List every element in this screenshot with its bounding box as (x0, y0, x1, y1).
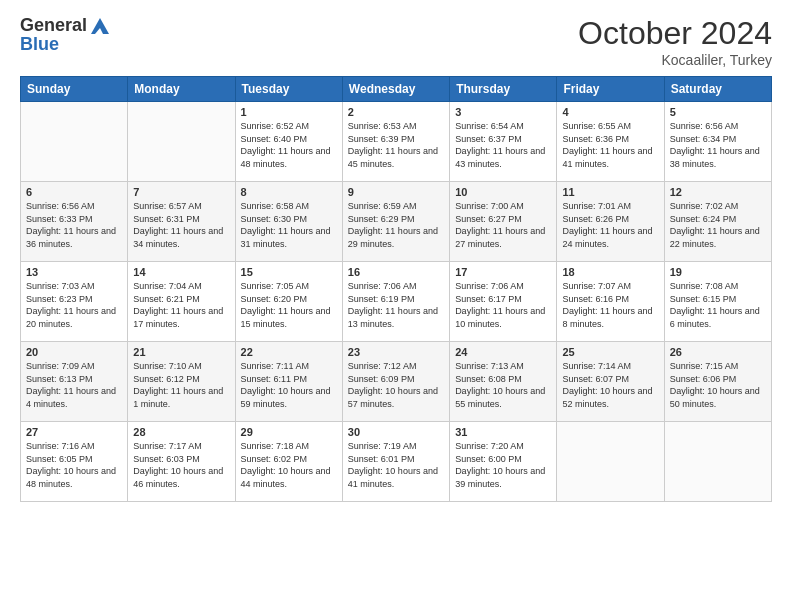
weekday-header: Thursday (450, 77, 557, 102)
calendar-day-cell: 22Sunrise: 7:11 AM Sunset: 6:11 PM Dayli… (235, 342, 342, 422)
calendar-header-row: SundayMondayTuesdayWednesdayThursdayFrid… (21, 77, 772, 102)
day-number: 26 (670, 346, 766, 358)
day-info: Sunrise: 7:09 AM Sunset: 6:13 PM Dayligh… (26, 360, 122, 410)
day-number: 19 (670, 266, 766, 278)
calendar-day-cell: 29Sunrise: 7:18 AM Sunset: 6:02 PM Dayli… (235, 422, 342, 502)
calendar-week-row: 13Sunrise: 7:03 AM Sunset: 6:23 PM Dayli… (21, 262, 772, 342)
day-info: Sunrise: 7:13 AM Sunset: 6:08 PM Dayligh… (455, 360, 551, 410)
day-number: 6 (26, 186, 122, 198)
calendar-day-cell: 28Sunrise: 7:17 AM Sunset: 6:03 PM Dayli… (128, 422, 235, 502)
calendar-day-cell: 14Sunrise: 7:04 AM Sunset: 6:21 PM Dayli… (128, 262, 235, 342)
calendar-week-row: 27Sunrise: 7:16 AM Sunset: 6:05 PM Dayli… (21, 422, 772, 502)
calendar-day-cell: 27Sunrise: 7:16 AM Sunset: 6:05 PM Dayli… (21, 422, 128, 502)
calendar-day-cell: 15Sunrise: 7:05 AM Sunset: 6:20 PM Dayli… (235, 262, 342, 342)
header: General Blue October 2024 Kocaaliler, Tu… (20, 15, 772, 68)
day-info: Sunrise: 7:03 AM Sunset: 6:23 PM Dayligh… (26, 280, 122, 330)
calendar-day-cell (128, 102, 235, 182)
calendar-day-cell: 5Sunrise: 6:56 AM Sunset: 6:34 PM Daylig… (664, 102, 771, 182)
day-info: Sunrise: 7:01 AM Sunset: 6:26 PM Dayligh… (562, 200, 658, 250)
day-number: 8 (241, 186, 337, 198)
day-number: 17 (455, 266, 551, 278)
weekday-header: Friday (557, 77, 664, 102)
calendar-day-cell: 6Sunrise: 6:56 AM Sunset: 6:33 PM Daylig… (21, 182, 128, 262)
logo-icon (89, 16, 111, 36)
day-info: Sunrise: 7:06 AM Sunset: 6:19 PM Dayligh… (348, 280, 444, 330)
day-number: 29 (241, 426, 337, 438)
day-number: 24 (455, 346, 551, 358)
calendar-day-cell: 19Sunrise: 7:08 AM Sunset: 6:15 PM Dayli… (664, 262, 771, 342)
day-info: Sunrise: 6:58 AM Sunset: 6:30 PM Dayligh… (241, 200, 337, 250)
calendar-day-cell: 1Sunrise: 6:52 AM Sunset: 6:40 PM Daylig… (235, 102, 342, 182)
title-block: October 2024 Kocaaliler, Turkey (578, 15, 772, 68)
day-number: 11 (562, 186, 658, 198)
day-number: 15 (241, 266, 337, 278)
day-number: 22 (241, 346, 337, 358)
weekday-header: Saturday (664, 77, 771, 102)
day-number: 23 (348, 346, 444, 358)
calendar-day-cell: 4Sunrise: 6:55 AM Sunset: 6:36 PM Daylig… (557, 102, 664, 182)
day-number: 12 (670, 186, 766, 198)
day-number: 13 (26, 266, 122, 278)
day-info: Sunrise: 7:07 AM Sunset: 6:16 PM Dayligh… (562, 280, 658, 330)
day-number: 14 (133, 266, 229, 278)
calendar-day-cell: 30Sunrise: 7:19 AM Sunset: 6:01 PM Dayli… (342, 422, 449, 502)
day-info: Sunrise: 6:55 AM Sunset: 6:36 PM Dayligh… (562, 120, 658, 170)
day-info: Sunrise: 6:57 AM Sunset: 6:31 PM Dayligh… (133, 200, 229, 250)
day-number: 5 (670, 106, 766, 118)
day-info: Sunrise: 6:56 AM Sunset: 6:34 PM Dayligh… (670, 120, 766, 170)
weekday-header: Wednesday (342, 77, 449, 102)
day-info: Sunrise: 7:08 AM Sunset: 6:15 PM Dayligh… (670, 280, 766, 330)
calendar-week-row: 6Sunrise: 6:56 AM Sunset: 6:33 PM Daylig… (21, 182, 772, 262)
day-info: Sunrise: 7:20 AM Sunset: 6:00 PM Dayligh… (455, 440, 551, 490)
weekday-header: Sunday (21, 77, 128, 102)
day-info: Sunrise: 6:59 AM Sunset: 6:29 PM Dayligh… (348, 200, 444, 250)
day-info: Sunrise: 7:04 AM Sunset: 6:21 PM Dayligh… (133, 280, 229, 330)
day-number: 3 (455, 106, 551, 118)
calendar-day-cell: 9Sunrise: 6:59 AM Sunset: 6:29 PM Daylig… (342, 182, 449, 262)
day-number: 30 (348, 426, 444, 438)
day-number: 27 (26, 426, 122, 438)
day-info: Sunrise: 7:00 AM Sunset: 6:27 PM Dayligh… (455, 200, 551, 250)
day-info: Sunrise: 7:15 AM Sunset: 6:06 PM Dayligh… (670, 360, 766, 410)
calendar-day-cell: 23Sunrise: 7:12 AM Sunset: 6:09 PM Dayli… (342, 342, 449, 422)
day-number: 28 (133, 426, 229, 438)
day-info: Sunrise: 6:54 AM Sunset: 6:37 PM Dayligh… (455, 120, 551, 170)
day-number: 4 (562, 106, 658, 118)
calendar-day-cell: 10Sunrise: 7:00 AM Sunset: 6:27 PM Dayli… (450, 182, 557, 262)
day-number: 16 (348, 266, 444, 278)
calendar-day-cell: 8Sunrise: 6:58 AM Sunset: 6:30 PM Daylig… (235, 182, 342, 262)
calendar-table: SundayMondayTuesdayWednesdayThursdayFrid… (20, 76, 772, 502)
calendar-day-cell: 21Sunrise: 7:10 AM Sunset: 6:12 PM Dayli… (128, 342, 235, 422)
calendar-day-cell: 18Sunrise: 7:07 AM Sunset: 6:16 PM Dayli… (557, 262, 664, 342)
day-number: 1 (241, 106, 337, 118)
calendar-day-cell: 16Sunrise: 7:06 AM Sunset: 6:19 PM Dayli… (342, 262, 449, 342)
day-info: Sunrise: 7:17 AM Sunset: 6:03 PM Dayligh… (133, 440, 229, 490)
day-info: Sunrise: 6:53 AM Sunset: 6:39 PM Dayligh… (348, 120, 444, 170)
calendar-day-cell: 3Sunrise: 6:54 AM Sunset: 6:37 PM Daylig… (450, 102, 557, 182)
calendar-day-cell: 24Sunrise: 7:13 AM Sunset: 6:08 PM Dayli… (450, 342, 557, 422)
day-number: 7 (133, 186, 229, 198)
calendar-day-cell: 26Sunrise: 7:15 AM Sunset: 6:06 PM Dayli… (664, 342, 771, 422)
page: General Blue October 2024 Kocaaliler, Tu… (0, 0, 792, 612)
calendar-week-row: 20Sunrise: 7:09 AM Sunset: 6:13 PM Dayli… (21, 342, 772, 422)
calendar-day-cell: 2Sunrise: 6:53 AM Sunset: 6:39 PM Daylig… (342, 102, 449, 182)
day-info: Sunrise: 7:06 AM Sunset: 6:17 PM Dayligh… (455, 280, 551, 330)
calendar-day-cell: 7Sunrise: 6:57 AM Sunset: 6:31 PM Daylig… (128, 182, 235, 262)
logo-general-text: General (20, 15, 87, 36)
day-number: 21 (133, 346, 229, 358)
day-info: Sunrise: 7:16 AM Sunset: 6:05 PM Dayligh… (26, 440, 122, 490)
day-info: Sunrise: 7:12 AM Sunset: 6:09 PM Dayligh… (348, 360, 444, 410)
calendar-day-cell: 20Sunrise: 7:09 AM Sunset: 6:13 PM Dayli… (21, 342, 128, 422)
day-info: Sunrise: 7:19 AM Sunset: 6:01 PM Dayligh… (348, 440, 444, 490)
day-info: Sunrise: 6:56 AM Sunset: 6:33 PM Dayligh… (26, 200, 122, 250)
day-number: 31 (455, 426, 551, 438)
day-number: 25 (562, 346, 658, 358)
calendar-day-cell: 13Sunrise: 7:03 AM Sunset: 6:23 PM Dayli… (21, 262, 128, 342)
calendar-day-cell: 11Sunrise: 7:01 AM Sunset: 6:26 PM Dayli… (557, 182, 664, 262)
weekday-header: Monday (128, 77, 235, 102)
day-info: Sunrise: 7:18 AM Sunset: 6:02 PM Dayligh… (241, 440, 337, 490)
calendar-day-cell (557, 422, 664, 502)
day-info: Sunrise: 7:14 AM Sunset: 6:07 PM Dayligh… (562, 360, 658, 410)
day-number: 18 (562, 266, 658, 278)
month-title: October 2024 (578, 15, 772, 52)
